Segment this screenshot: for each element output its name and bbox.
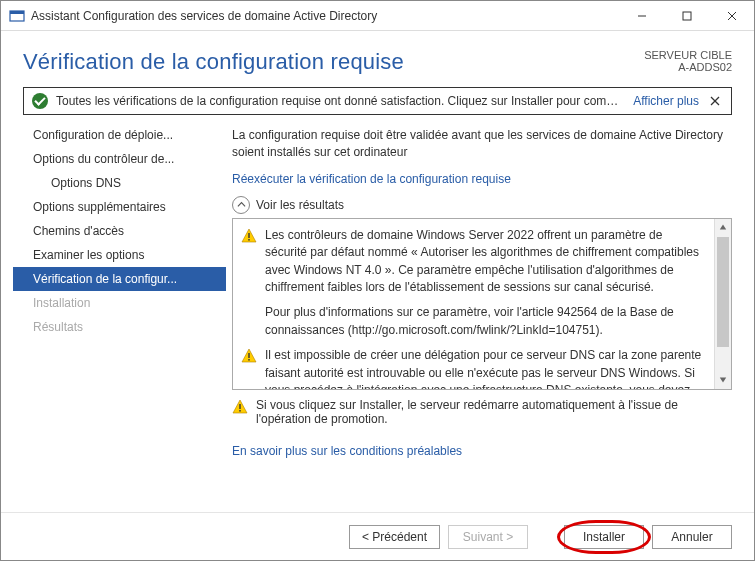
page-title: Vérification de la configuration requise: [23, 49, 404, 75]
chevron-up-icon: [232, 196, 250, 214]
previous-button[interactable]: < Précédent: [349, 525, 440, 549]
sidebar: Configuration de déploie... Options du c…: [1, 123, 226, 512]
maximize-button[interactable]: [664, 1, 709, 31]
warning-text: Les contrôleurs de domaine Windows Serve…: [265, 227, 706, 339]
warning-item: Les contrôleurs de domaine Windows Serve…: [241, 227, 706, 339]
header: Vérification de la configuration requise…: [1, 31, 754, 81]
close-button[interactable]: [709, 1, 754, 31]
svg-rect-9: [248, 233, 249, 238]
status-close-button[interactable]: [707, 93, 723, 109]
svg-rect-12: [248, 353, 249, 358]
svg-rect-1: [10, 11, 24, 14]
nav-installation: Installation: [13, 291, 226, 315]
status-bar: Toutes les vérifications de la configura…: [23, 87, 732, 115]
nav-results: Résultats: [13, 315, 226, 339]
svg-rect-10: [248, 239, 249, 241]
footer-links: En savoir plus sur les conditions préala…: [232, 444, 732, 458]
nav-dc-options[interactable]: Options du contrôleur de...: [13, 147, 226, 171]
svg-rect-17: [239, 404, 240, 409]
minimize-button[interactable]: [619, 1, 664, 31]
window-title: Assistant Configuration des services de …: [31, 9, 619, 23]
nav-additional-options[interactable]: Options supplémentaires: [13, 195, 226, 219]
install-button[interactable]: Installer: [564, 525, 644, 549]
results-header[interactable]: Voir les résultats: [232, 196, 732, 214]
warning-icon: [241, 228, 257, 339]
titlebar: Assistant Configuration des services de …: [1, 1, 754, 31]
nav-review-options[interactable]: Examiner les options: [13, 243, 226, 267]
warning-main: Les contrôleurs de domaine Windows Serve…: [265, 227, 706, 297]
svg-rect-13: [248, 359, 249, 361]
results-content: Les contrôleurs de domaine Windows Serve…: [233, 219, 714, 389]
svg-rect-3: [683, 12, 691, 20]
nav-dns-options[interactable]: Options DNS: [13, 171, 226, 195]
status-message: Toutes les vérifications de la configura…: [56, 94, 625, 108]
target-server-block: SERVEUR CIBLE A-ADDS02: [644, 49, 732, 73]
cancel-button[interactable]: Annuler: [652, 525, 732, 549]
svg-marker-15: [720, 378, 726, 383]
nav-prereq-check[interactable]: Vérification de la configur...: [13, 267, 226, 291]
scrollbar[interactable]: [714, 219, 731, 389]
warning-text: Il est impossible de créer une délégatio…: [265, 347, 706, 389]
warning-item: Il est impossible de créer une délégatio…: [241, 347, 706, 389]
nav-paths[interactable]: Chemins d'accès: [13, 219, 226, 243]
svg-marker-14: [720, 225, 726, 230]
results-header-label: Voir les résultats: [256, 198, 344, 212]
warning-sub: Pour plus d'informations sur ce paramètr…: [265, 304, 706, 339]
warning-icon: [232, 399, 248, 426]
show-more-link[interactable]: Afficher plus: [633, 94, 699, 108]
app-icon: [9, 8, 25, 24]
target-server-host: A-ADDS02: [644, 61, 732, 73]
install-button-label: Installer: [583, 530, 625, 544]
scroll-thumb[interactable]: [717, 237, 729, 347]
next-button: Suivant >: [448, 525, 528, 549]
learn-more-link[interactable]: En savoir plus sur les conditions préala…: [232, 444, 462, 458]
scroll-down-button[interactable]: [715, 372, 731, 389]
content: La configuration requise doit être valid…: [226, 123, 732, 512]
warning-icon: [241, 348, 257, 389]
svg-rect-18: [239, 410, 240, 412]
warning-item: Si vous cliquez sur Installer, le serveu…: [232, 398, 732, 426]
nav-deployment-config[interactable]: Configuration de déploie...: [13, 123, 226, 147]
below-results: Si vous cliquez sur Installer, le serveu…: [232, 398, 732, 434]
body: Configuration de déploie... Options du c…: [1, 123, 754, 512]
intro-text: La configuration requise doit être valid…: [232, 127, 732, 162]
success-icon: [32, 93, 48, 109]
wizard-window: Assistant Configuration des services de …: [0, 0, 755, 561]
results-box: Les contrôleurs de domaine Windows Serve…: [232, 218, 732, 390]
button-row: < Précédent Suivant > Installer Annuler: [1, 512, 754, 560]
rerun-check-link[interactable]: Réexécuter la vérification de la configu…: [232, 172, 732, 186]
scroll-up-button[interactable]: [715, 219, 731, 236]
target-server-label: SERVEUR CIBLE: [644, 49, 732, 61]
restart-warning-text: Si vous cliquez sur Installer, le serveu…: [256, 398, 732, 426]
